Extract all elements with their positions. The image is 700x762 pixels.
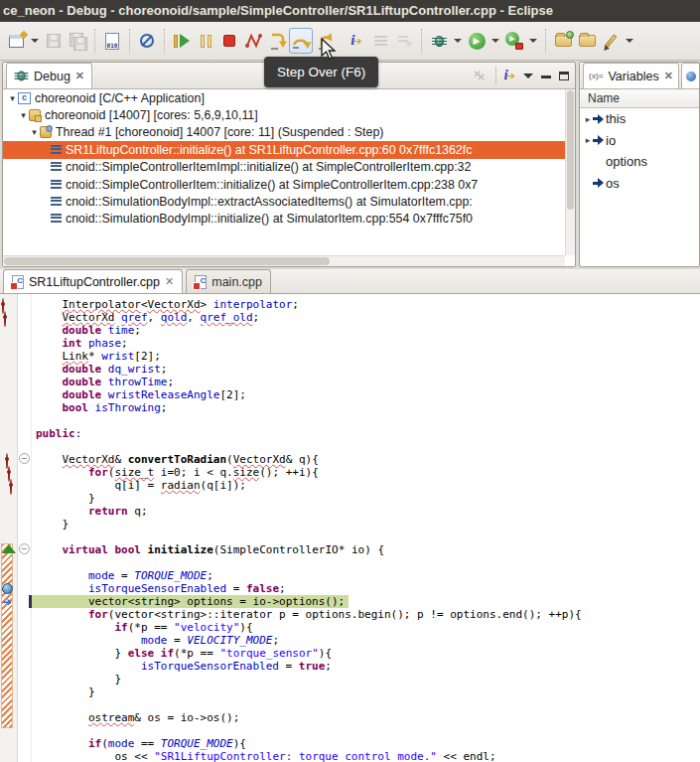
code-line: for(vector<string>::iterator p = options…	[32, 608, 700, 621]
minimize-icon[interactable]	[541, 76, 551, 78]
debug-tab-label: Debug	[34, 70, 70, 83]
code-line: public:	[32, 427, 700, 440]
pen-icon	[605, 34, 618, 48]
new-wizard-button[interactable]	[4, 28, 28, 54]
tree-expander[interactable]: ▾	[18, 110, 29, 120]
frame-icon	[51, 214, 62, 224]
variable-expander[interactable]: ▸	[580, 135, 593, 145]
run-button[interactable]: ▶	[465, 28, 489, 54]
code-line: }	[32, 686, 700, 698]
tree-row[interactable]: ▾choreonoid [14007] [cores: 5,6,9,10,11]	[3, 106, 575, 123]
tree-expander[interactable]: ▾	[7, 93, 18, 103]
profile-dropdown-caret[interactable]	[529, 39, 537, 43]
debug-button[interactable]	[427, 28, 451, 54]
code-text[interactable]: Interpolator<VectorXd> interpolator;Vect…	[32, 298, 700, 762]
code-line: int phase;	[32, 337, 700, 350]
frame-icon	[51, 145, 62, 155]
stack-frame-row[interactable]: SR1LiftupController::initialize() at SR1…	[3, 141, 575, 158]
instruction-stepping-button[interactable]: i	[345, 28, 368, 54]
tab-variables[interactable]: (x)= Variables ✕	[583, 63, 679, 88]
tree-row[interactable]: ▾cchoreonoid [C/C++ Application]	[3, 89, 575, 106]
folder-icon	[579, 35, 596, 47]
change-bar	[1, 543, 13, 728]
code-line: mode = TORQUE_MODE;	[32, 569, 700, 582]
binary-icon: 010	[105, 33, 119, 50]
resume-button[interactable]	[170, 28, 194, 54]
code-line: Interpolator<VectorXd> interpolator;	[32, 298, 700, 311]
variables-rows: ▸this▸iooptionsos	[580, 108, 699, 194]
profile-button[interactable]: ▶	[502, 28, 526, 54]
collapse-icon[interactable]: −	[19, 543, 30, 554]
debug-bug-icon	[432, 34, 447, 49]
search-dropdown-caret[interactable]	[626, 39, 633, 43]
main-toolbar: 010 i	[0, 22, 700, 61]
tree-row-label: cnoid::SimulationBodyImpl::initialize() …	[66, 212, 473, 226]
debug-dropdown-caret[interactable]	[454, 39, 462, 43]
maximize-icon[interactable]	[559, 72, 569, 80]
binary-editor-button[interactable]: 010	[100, 28, 124, 54]
skip-breakpoints-button[interactable]	[135, 28, 159, 54]
remove-terminated-icon[interactable]	[474, 69, 488, 82]
collapse-icon[interactable]: −	[19, 453, 30, 464]
code-line: isTorqueSensorEnabled = false;	[32, 582, 700, 595]
variables-icon: (x)=	[589, 72, 603, 80]
save-all-button[interactable]	[66, 28, 89, 54]
step-into-icon	[267, 31, 287, 51]
tab-breakpoints-partial[interactable]	[681, 63, 700, 88]
variables-tab-close-icon[interactable]: ✕	[664, 70, 673, 82]
terminate-button[interactable]	[217, 28, 241, 54]
variable-expander[interactable]: ▸	[580, 114, 593, 124]
error-bug-icon	[10, 479, 12, 495]
tab-debug[interactable]: Debug ✕	[6, 63, 92, 88]
view-menu-icon[interactable]	[523, 74, 533, 78]
stack-frame-row[interactable]: cnoid::SimpleControllerItemImpl::initial…	[3, 159, 575, 176]
variable-row[interactable]: ▸io	[580, 130, 699, 152]
terminate-icon	[223, 35, 235, 47]
debug-vertical-scrollbar[interactable]	[565, 89, 575, 255]
code-line: mode = VELOCITY_MODE;	[32, 634, 700, 647]
open-element-button[interactable]	[575, 28, 599, 54]
drop-to-frame-button[interactable]	[392, 28, 416, 54]
debug-tab-close-icon[interactable]: ✕	[75, 70, 84, 82]
step-into-button[interactable]	[265, 28, 289, 54]
variable-row[interactable]: options	[580, 151, 699, 173]
variable-row[interactable]: os	[580, 173, 699, 195]
variables-name-header[interactable]: Name	[580, 89, 699, 108]
code-line: isTorqueSensorEnabled = true;	[32, 660, 700, 673]
code-line: Link* wrist[2];	[32, 350, 700, 363]
suspend-button[interactable]	[194, 28, 217, 54]
show-full-paths-button[interactable]	[368, 28, 392, 54]
debug-horizontal-scrollbar[interactable]	[3, 255, 565, 266]
variable-arrow-icon	[593, 135, 606, 145]
editor-body[interactable]: ➔ −− Interpolator<VectorXd> interpolator…	[0, 294, 700, 762]
code-line: if(*p == "velocity"){	[32, 621, 700, 634]
save-button[interactable]	[42, 28, 66, 54]
stack-frame-row[interactable]: cnoid::SimulationBodyImpl::extractAssoci…	[3, 193, 575, 210]
disconnect-button[interactable]	[241, 28, 265, 54]
editor-tab-label: SR1LiftupController.cpp	[29, 275, 160, 289]
frame-icon	[51, 197, 62, 207]
folding-ruler[interactable]: −−	[18, 294, 32, 762]
tree-row[interactable]: ▾Thread #1 [choreonoid] 14007 [core: 11]…	[3, 124, 575, 141]
instruction-stepping-mode-icon[interactable]: i	[504, 68, 515, 83]
editor-tab-close-icon[interactable]: ✕	[165, 275, 174, 288]
new-cpp-project-button[interactable]	[551, 28, 575, 54]
stack-frame-row[interactable]: cnoid::SimulationBodyImpl::initialize() …	[3, 211, 575, 228]
stack-frame-row[interactable]: cnoid::SimpleControllerItem::initialize(…	[3, 176, 575, 193]
tree-expander[interactable]: ▾	[29, 127, 40, 137]
variable-row[interactable]: ▸this	[580, 108, 699, 130]
run-dropdown-caret[interactable]	[491, 39, 499, 43]
search-markers-button[interactable]	[599, 28, 623, 54]
editor-tab-main-cpp[interactable]: main.cpp	[186, 269, 271, 293]
step-over-button[interactable]	[289, 28, 313, 54]
new-dropdown-caret[interactable]	[31, 39, 39, 43]
code-line	[32, 414, 700, 427]
c-app-icon: c	[18, 92, 31, 104]
tree-row-label: cnoid::SimpleControllerItem::initialize(…	[66, 178, 478, 192]
editor-tab-sr1liftupcontroller-cpp[interactable]: SR1LiftupController.cpp✕	[3, 269, 183, 293]
code-line: os << "SR1LiftupController: torque contr…	[32, 750, 700, 762]
annotation-ruler[interactable]: ➔	[0, 294, 18, 762]
code-line: for(size_t i=0; i < q.size(); ++i){	[32, 466, 700, 479]
debug-launch-tree[interactable]: ▾cchoreonoid [C/C++ Application]▾choreon…	[3, 89, 575, 266]
variables-tab-label: Variables	[608, 70, 658, 83]
